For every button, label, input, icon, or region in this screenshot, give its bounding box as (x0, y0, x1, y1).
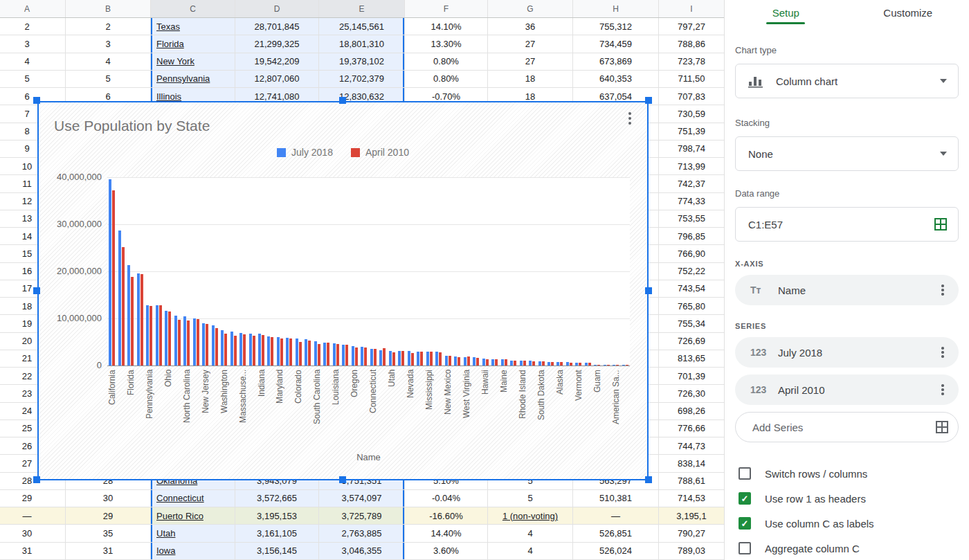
cell[interactable]: 3.60% (405, 543, 488, 559)
resize-handle-bottom-mid[interactable] (339, 476, 346, 483)
cell[interactable]: 3,046,355 (319, 543, 405, 559)
cell[interactable]: Connecticut (151, 490, 235, 507)
unchecked-checkbox-icon[interactable]: ✓ (739, 467, 751, 480)
cell[interactable]: 755,312 (573, 18, 659, 35)
cell[interactable]: 28,701,845 (235, 18, 319, 35)
resize-handle-bottom-left[interactable] (33, 476, 40, 483)
cell[interactable]: 3,195,1 (659, 507, 724, 524)
cell[interactable]: 510,381 (573, 490, 659, 507)
cell[interactable]: 3 (66, 35, 151, 52)
cell[interactable]: 526,851 (573, 525, 659, 541)
cell[interactable]: 789,03 (659, 543, 724, 559)
add-series-button[interactable]: Add Series (735, 412, 959, 442)
checkbox-row[interactable]: ✓ Switch rows / columns (735, 461, 959, 486)
checkbox-row[interactable]: ✓ Use column C as labels (735, 511, 959, 536)
cell[interactable]: 12,807,060 (235, 71, 319, 87)
data-range-input[interactable]: C1:E57 (735, 207, 959, 242)
column-header-C[interactable]: C (151, 0, 235, 17)
cell[interactable]: 2,763,885 (319, 525, 405, 541)
cell[interactable]: 2 (66, 18, 151, 35)
cell[interactable]: 813,65 (659, 350, 724, 367)
cell[interactable]: 640,353 (573, 71, 659, 87)
cell[interactable]: 726,69 (659, 333, 724, 350)
kebab-menu-icon[interactable] (936, 345, 949, 359)
resize-handle-mid-left[interactable] (33, 287, 40, 294)
cell[interactable]: 1 (non-voting) (488, 507, 573, 524)
cell[interactable]: 4 (488, 525, 573, 541)
cell[interactable]: 12,702,379 (319, 71, 405, 87)
cell[interactable]: Iowa (151, 543, 235, 559)
cell[interactable]: 734,459 (573, 35, 659, 52)
cell[interactable]: 723,78 (659, 53, 724, 70)
cell[interactable]: 2 (0, 18, 66, 35)
cell[interactable]: 3 (0, 35, 66, 52)
cell[interactable]: — (573, 507, 659, 524)
column-header-F[interactable]: F (405, 0, 488, 17)
embedded-chart[interactable]: Use Population by State July 2018April 2… (37, 101, 649, 480)
cell[interactable]: 5 (0, 71, 66, 87)
cell[interactable]: 707,83 (659, 88, 724, 105)
cell[interactable]: 31 (66, 543, 151, 559)
cell[interactable]: 766,90 (659, 245, 724, 262)
select-range-grid-icon[interactable] (934, 218, 947, 231)
column-header-E[interactable]: E (319, 0, 405, 17)
resize-handle-bottom-right[interactable] (645, 476, 652, 483)
cell[interactable]: 3,161,105 (235, 525, 319, 541)
column-header-I[interactable]: I (659, 0, 724, 17)
cell[interactable]: — (0, 507, 66, 524)
cell[interactable]: 13.30% (405, 35, 488, 52)
cell[interactable]: 35 (66, 525, 151, 541)
cell[interactable]: 726,30 (659, 385, 724, 401)
cell[interactable]: 788,86 (659, 35, 724, 52)
cell[interactable]: 31 (0, 543, 66, 559)
cell[interactable]: 673,869 (573, 53, 659, 70)
cell[interactable]: 14.10% (405, 18, 488, 35)
column-header-A[interactable]: A (0, 0, 66, 17)
cell[interactable]: New York (151, 53, 235, 70)
cell[interactable]: 21,299,325 (235, 35, 319, 52)
cell[interactable]: 3,195,153 (235, 507, 319, 524)
cell[interactable]: 5 (66, 71, 151, 87)
cell[interactable]: 698,26 (659, 403, 724, 419)
cell[interactable]: 25,145,561 (319, 18, 405, 35)
cell[interactable]: 742,37 (659, 175, 724, 192)
cell[interactable]: 714,53 (659, 490, 724, 507)
tab-setup[interactable]: Setup (725, 0, 847, 30)
cell[interactable]: Florida (151, 35, 235, 52)
cell[interactable]: 838,14 (659, 455, 724, 471)
checkbox-row[interactable]: ✓ Use row 1 as headers (735, 486, 959, 511)
cell[interactable]: 0.80% (405, 53, 488, 70)
resize-handle-top-mid[interactable] (339, 97, 346, 104)
cell[interactable]: Texas (151, 18, 235, 35)
cell[interactable]: 788,61 (659, 473, 724, 489)
cell[interactable]: 19,378,102 (319, 53, 405, 70)
cell[interactable]: Pennsylvania (151, 71, 235, 87)
chart-kebab-menu-icon[interactable] (624, 111, 636, 126)
cell[interactable]: 797,27 (659, 18, 724, 35)
checked-checkbox-icon[interactable]: ✓ (739, 517, 751, 530)
cell[interactable]: 3,572,665 (235, 490, 319, 507)
kebab-menu-icon[interactable] (936, 283, 949, 297)
series-item[interactable]: 123 July 2018 (735, 337, 959, 368)
cell[interactable]: 774,33 (659, 193, 724, 210)
cell[interactable]: 3,156,145 (235, 543, 319, 559)
cell[interactable]: -16.60% (405, 507, 488, 524)
cell[interactable]: 30 (66, 490, 151, 507)
chart-type-dropdown[interactable]: Column chart (735, 64, 959, 98)
kebab-menu-icon[interactable] (936, 383, 949, 397)
cell[interactable]: 27 (488, 53, 573, 70)
column-header-G[interactable]: G (488, 0, 573, 17)
cell[interactable]: 5 (488, 490, 573, 507)
cell[interactable]: 29 (0, 490, 66, 507)
cell[interactable]: 3,574,097 (319, 490, 405, 507)
tab-customize[interactable]: Customize (847, 0, 969, 30)
cell[interactable]: 776,66 (659, 420, 724, 437)
cell[interactable]: 755,34 (659, 315, 724, 332)
cell[interactable]: 18 (488, 71, 573, 87)
cell[interactable]: 753,55 (659, 210, 724, 227)
checked-checkbox-icon[interactable]: ✓ (739, 492, 751, 505)
series-item[interactable]: 123 April 2010 (735, 374, 959, 405)
cell[interactable]: 743,54 (659, 280, 724, 297)
cell[interactable]: 0.80% (405, 71, 488, 87)
cell[interactable]: 19,542,209 (235, 53, 319, 70)
